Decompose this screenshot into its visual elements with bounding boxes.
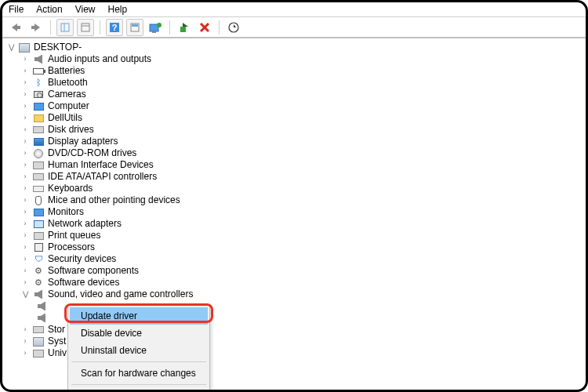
- context-menu-update-driver[interactable]: Update driver: [70, 307, 208, 325]
- expand-icon[interactable]: ›: [21, 336, 29, 347]
- menu-view[interactable]: View: [75, 4, 96, 15]
- software-component-icon: ⚙: [32, 266, 45, 277]
- tree-category[interactable]: ›Disk drives: [7, 124, 586, 136]
- svg-marker-20: [234, 24, 236, 27]
- context-menu-separator: [71, 384, 206, 385]
- expand-icon[interactable]: ›: [21, 230, 29, 241]
- expand-icon[interactable]: ⋁: [7, 42, 15, 53]
- menubar: File Action View Help: [2, 2, 586, 16]
- tree-category[interactable]: ›Keyboards: [7, 183, 586, 194]
- tree-category[interactable]: ›Computer: [7, 100, 586, 112]
- expand-icon[interactable]: ›: [21, 324, 29, 336]
- tree-label: Sound, video and game controllers: [48, 289, 193, 300]
- tree-category[interactable]: ›🛡Security devices: [7, 253, 586, 265]
- expand-icon[interactable]: ›: [21, 112, 29, 124]
- svg-rect-15: [180, 27, 186, 32]
- tree-label: Disk drives: [48, 124, 94, 136]
- tree-category[interactable]: ›Cameras: [7, 89, 586, 100]
- expand-icon[interactable]: ›: [21, 65, 29, 77]
- expand-icon[interactable]: ›: [21, 241, 29, 253]
- tree-category[interactable]: ›DellUtils: [7, 112, 586, 124]
- svg-rect-13: [152, 31, 156, 33]
- usb-icon: [32, 348, 45, 359]
- mouse-icon: [32, 195, 45, 206]
- context-menu-disable-device[interactable]: Disable device: [70, 325, 208, 342]
- collapse-icon[interactable]: ⋁: [21, 289, 29, 300]
- tree-category[interactable]: ›⚙Software components: [7, 265, 586, 277]
- tree-category-sound[interactable]: ⋁Sound, video and game controllers: [7, 289, 586, 300]
- context-menu-properties[interactable]: Properties: [70, 387, 208, 392]
- uninstall-device-button[interactable]: [196, 19, 213, 36]
- tree-root-label: DESKTOP-: [34, 42, 82, 53]
- tree-category[interactable]: ›Network adapters: [7, 218, 586, 230]
- update-driver-button[interactable]: [147, 19, 164, 36]
- tree-label: Audio inputs and outputs: [48, 53, 151, 65]
- tree-category[interactable]: ›Processors: [7, 241, 586, 253]
- toolbar-separator: [169, 20, 170, 34]
- tree-category[interactable]: ›DVD/CD-ROM drives: [7, 147, 586, 159]
- tree-root[interactable]: ⋁ DESKTOP-: [7, 42, 586, 53]
- tree-category[interactable]: ›Mice and other pointing devices: [7, 194, 586, 206]
- expand-icon[interactable]: ›: [21, 277, 29, 289]
- cd-rom-icon: [32, 148, 45, 159]
- expand-icon[interactable]: ›: [21, 159, 29, 171]
- action-pane-button[interactable]: [126, 19, 143, 36]
- speaker-icon: [35, 301, 48, 312]
- svg-marker-16: [183, 23, 188, 27]
- tree-category[interactable]: ›Monitors: [7, 206, 586, 218]
- enable-device-button[interactable]: [176, 19, 193, 36]
- scan-hardware-button[interactable]: [225, 19, 242, 36]
- tree-label: DVD/CD-ROM drives: [48, 147, 136, 159]
- tree-category[interactable]: ›Human Interface Devices: [7, 159, 586, 171]
- menu-help[interactable]: Help: [108, 4, 128, 15]
- svg-rect-3: [31, 26, 34, 29]
- svg-point-14: [157, 23, 162, 27]
- tree-label: DellUtils: [48, 112, 82, 124]
- expand-icon[interactable]: ›: [21, 265, 29, 277]
- properties-button[interactable]: [77, 19, 94, 36]
- tree-label: Display adapters: [48, 136, 118, 147]
- menu-file[interactable]: File: [9, 4, 24, 15]
- toolbar-separator: [50, 20, 51, 34]
- expand-icon[interactable]: ›: [21, 100, 29, 112]
- expand-icon[interactable]: ›: [21, 136, 29, 147]
- printer-icon: [32, 230, 45, 241]
- menu-action[interactable]: Action: [36, 4, 62, 15]
- expand-icon[interactable]: ›: [21, 218, 29, 230]
- keyboard-icon: [32, 183, 45, 194]
- tree-label: Syst: [48, 336, 66, 347]
- software-device-icon: ⚙: [32, 278, 45, 289]
- tree-category[interactable]: ›Print queues: [7, 230, 586, 241]
- tree-label: Print queues: [48, 230, 100, 241]
- tree-category[interactable]: ›⚙Software devices: [7, 277, 586, 289]
- tree-category[interactable]: ›IDE ATA/ATAPI controllers: [7, 171, 586, 183]
- context-menu-separator: [71, 361, 206, 362]
- back-button[interactable]: [7, 19, 24, 36]
- help-button[interactable]: ?: [106, 19, 123, 36]
- bluetooth-icon: ᛒ: [32, 78, 45, 89]
- context-menu-scan-hardware[interactable]: Scan for hardware changes: [70, 365, 208, 382]
- expand-icon[interactable]: ›: [21, 183, 29, 194]
- tree-category[interactable]: ›ᛒBluetooth: [7, 77, 586, 89]
- expand-icon[interactable]: ›: [21, 171, 29, 183]
- tree-label: Security devices: [48, 253, 116, 265]
- expand-icon[interactable]: ›: [21, 206, 29, 218]
- speaker-icon: [32, 54, 45, 65]
- monitor-icon: [32, 207, 45, 218]
- expand-icon[interactable]: ›: [21, 253, 29, 265]
- expand-icon[interactable]: ›: [21, 194, 29, 206]
- tree-category[interactable]: ›Audio inputs and outputs: [7, 53, 586, 65]
- tree-label: Keyboards: [48, 183, 93, 194]
- expand-icon[interactable]: ›: [21, 124, 29, 136]
- expand-icon[interactable]: ›: [21, 53, 29, 65]
- show-hide-tree-button[interactable]: [56, 19, 74, 36]
- expand-icon[interactable]: ›: [21, 89, 29, 100]
- tree-category[interactable]: ›Batteries: [7, 65, 586, 77]
- expand-icon[interactable]: ›: [21, 347, 29, 359]
- expand-icon[interactable]: ›: [21, 147, 29, 159]
- context-menu-uninstall-device[interactable]: Uninstall device: [70, 342, 208, 359]
- forward-button[interactable]: [27, 19, 45, 36]
- tree-label: Software devices: [48, 277, 119, 289]
- tree-category[interactable]: ›Display adapters: [7, 136, 586, 147]
- expand-icon[interactable]: ›: [21, 77, 29, 89]
